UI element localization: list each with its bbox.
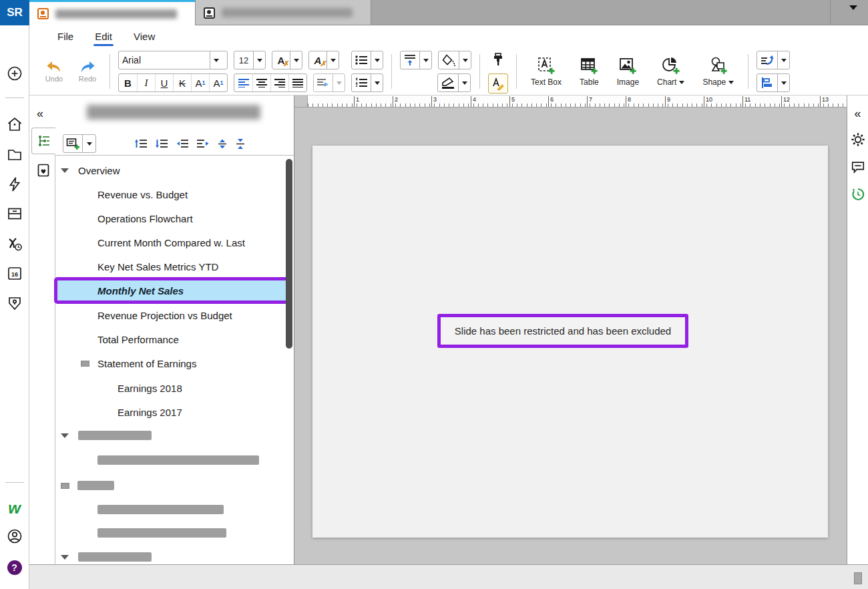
menu-edit[interactable]: Edit — [87, 27, 120, 48]
outline-item[interactable]: Current Month Compared w. Last — [55, 230, 284, 254]
insert-image-button[interactable]: Image — [611, 50, 645, 93]
status-bar — [29, 564, 868, 589]
bold-button[interactable]: B — [119, 74, 137, 91]
font-size-select[interactable]: 12 — [234, 51, 266, 69]
new-slide-button[interactable] — [63, 134, 96, 153]
home-icon[interactable] — [7, 116, 23, 135]
line-spacing-dropdown[interactable] — [419, 51, 431, 69]
outline-item[interactable]: Statement of Earnings — [55, 351, 284, 375]
underline-button[interactable]: U — [155, 74, 173, 91]
comments-icon[interactable] — [851, 160, 865, 177]
promote-item-icon[interactable] — [176, 138, 188, 149]
menu-file[interactable]: File — [49, 27, 81, 48]
font-color-dropdown[interactable] — [290, 51, 302, 69]
outline-item-redacted[interactable] — [55, 521, 284, 545]
arrange-dropdown[interactable] — [777, 51, 789, 69]
outline-item[interactable]: Revenue Projection vs Budget — [55, 303, 284, 327]
archive-box-icon[interactable] — [7, 206, 23, 224]
outline-item-selected[interactable]: Monthly Net Sales — [54, 277, 289, 304]
numbered-list-dropdown[interactable] — [371, 74, 383, 91]
move-slide-up-icon[interactable] — [135, 138, 147, 149]
redo-button[interactable]: Redo — [73, 61, 101, 83]
slide[interactable]: Slide has been restricted and has been e… — [312, 146, 828, 538]
outline-item-redacted[interactable] — [55, 473, 284, 498]
outline-color-dropdown[interactable] — [458, 74, 470, 91]
idea-tag-icon[interactable] — [7, 295, 23, 314]
bullet-list-button[interactable] — [351, 51, 383, 69]
settings-gear-icon[interactable] — [851, 132, 865, 150]
collapse-triangle-icon[interactable] — [61, 433, 69, 438]
outline-item[interactable]: Overview — [55, 158, 284, 182]
outline-item[interactable]: Earnings 2018 — [55, 376, 284, 400]
outline-color-button[interactable] — [437, 73, 471, 92]
expand-all-icon[interactable] — [218, 138, 227, 150]
collapse-triangle-icon[interactable] — [61, 555, 69, 560]
outline-item-redacted[interactable] — [55, 498, 284, 522]
italic-button[interactable]: I — [137, 74, 155, 91]
outline-view-tab[interactable] — [31, 128, 55, 154]
function-history-icon[interactable] — [7, 236, 23, 254]
new-slide-dropdown[interactable] — [82, 135, 95, 152]
font-color-button[interactable]: A✗ — [272, 51, 302, 69]
insert-chart-button[interactable]: Chart — [651, 50, 690, 93]
version-history-icon[interactable] — [851, 187, 865, 204]
numbered-list-button[interactable] — [351, 73, 383, 92]
new-document-button[interactable] — [7, 65, 23, 84]
document-tab-active[interactable] — [29, 0, 195, 25]
outline-item[interactable]: Total Performance — [55, 327, 284, 351]
outline-toolbar — [59, 130, 294, 157]
files-folder-icon[interactable] — [7, 146, 23, 165]
align-right-button[interactable] — [270, 74, 288, 91]
bullet-list-dropdown[interactable] — [371, 51, 383, 69]
expand-right-panel-button[interactable]: « — [854, 108, 861, 120]
scroll-handle[interactable] — [854, 572, 862, 584]
move-slide-down-icon[interactable] — [156, 138, 168, 149]
outline-item-redacted[interactable] — [55, 448, 284, 472]
highlight-color-dropdown[interactable] — [327, 51, 339, 69]
insert-shape-button[interactable]: Shape — [696, 50, 740, 93]
outline-item[interactable]: Key Net Sales Metrics YTD — [55, 254, 284, 278]
outline-item-redacted[interactable] — [55, 423, 284, 447]
indent-dropdown[interactable] — [333, 74, 345, 91]
align-justify-button[interactable] — [288, 74, 306, 91]
indent-button[interactable] — [313, 73, 345, 92]
font-size-dropdown[interactable] — [253, 51, 265, 69]
favorites-view-tab[interactable] — [33, 160, 53, 181]
tab-overflow-icon[interactable] — [849, 10, 857, 22]
line-spacing-button[interactable] — [400, 51, 432, 69]
document-tab-inactive[interactable] — [195, 0, 371, 25]
fill-color-button[interactable] — [438, 51, 471, 69]
menu-view[interactable]: View — [126, 27, 163, 48]
collapse-triangle-icon[interactable] — [61, 168, 69, 173]
fill-color-dropdown[interactable] — [459, 51, 471, 69]
insert-text-box-button[interactable]: Text Box — [525, 50, 568, 93]
font-name-dropdown[interactable] — [210, 51, 222, 69]
collapsed-marker-icon[interactable] — [81, 361, 89, 367]
character-format-button[interactable] — [488, 73, 508, 93]
help-button[interactable]: ? — [7, 560, 22, 575]
quick-actions-bolt-icon[interactable] — [7, 176, 23, 195]
outline-item[interactable]: Revenue vs. Budget — [55, 182, 284, 206]
align-center-button[interactable] — [252, 74, 270, 91]
subscript-button[interactable]: A1 — [209, 74, 227, 91]
highlight-color-button[interactable]: A✗ — [308, 51, 339, 69]
insert-table-button[interactable]: Table — [574, 50, 605, 93]
outline-item[interactable]: Earnings 2017 — [55, 400, 284, 424]
align-objects-button[interactable] — [756, 73, 790, 92]
arrange-button[interactable] — [756, 51, 790, 69]
calendar-icon[interactable]: 16 — [7, 265, 23, 284]
font-name-select[interactable]: Arial — [118, 51, 228, 69]
align-objects-dropdown[interactable] — [777, 74, 789, 91]
demote-item-icon[interactable] — [197, 138, 209, 149]
format-painter-button[interactable] — [488, 49, 508, 69]
account-icon[interactable] — [7, 528, 23, 547]
strikethrough-button[interactable]: K — [173, 74, 191, 91]
outline-scrollbar[interactable] — [286, 159, 292, 349]
collapse-panel-button[interactable]: « — [37, 108, 43, 120]
align-left-button[interactable] — [234, 74, 252, 91]
undo-button[interactable]: Undo — [40, 61, 68, 83]
superscript-button[interactable]: A1 — [191, 74, 209, 91]
collapse-all-icon[interactable] — [236, 138, 245, 150]
outline-item[interactable]: Operations Flowchart — [55, 206, 284, 230]
collapsed-marker-icon[interactable] — [61, 483, 69, 489]
